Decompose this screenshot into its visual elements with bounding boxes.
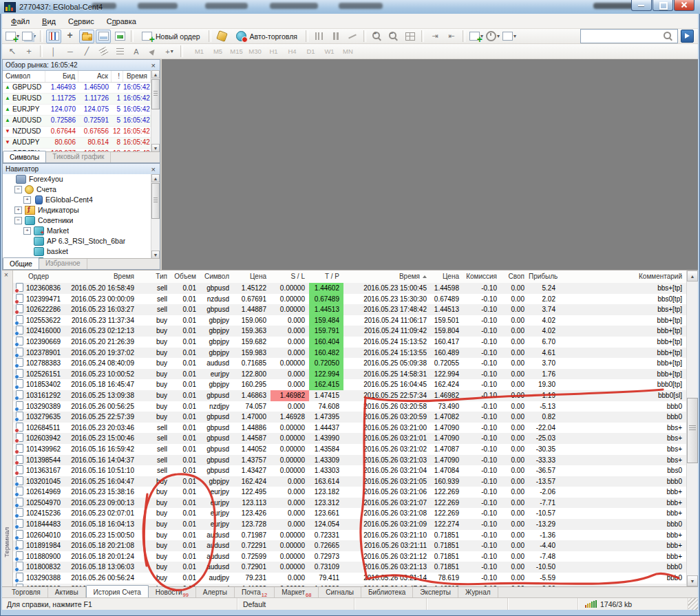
history-row-102553622[interactable]: 1025536222016.05.23 11:37:34buy0.01gbpjp… bbox=[13, 315, 686, 326]
mw-row-nzdusd[interactable]: ▼NZDUSD0.676440.676561216:05:42 bbox=[3, 127, 160, 138]
text-tool-button[interactable]: A bbox=[129, 45, 144, 59]
mw-column-4[interactable]: Время bbox=[123, 71, 151, 82]
timeframe-m1[interactable]: M1 bbox=[190, 45, 209, 57]
history-column-1[interactable]: Время bbox=[70, 270, 138, 283]
terminal-tab-почта[interactable]: Почта12 bbox=[235, 587, 275, 597]
history-row-102622286[interactable]: 1026222862016.05.23 16:03:27sell0.01gbpu… bbox=[13, 304, 686, 315]
mw-column-2[interactable]: Аск bbox=[78, 71, 112, 82]
history-row-102390669[interactable]: 1023906692016.05.20 21:26:39buy0.01gbpjp… bbox=[13, 337, 686, 348]
search-icon[interactable] bbox=[664, 32, 671, 39]
history-row-102416000[interactable]: 1024160002016.05.23 02:12:13buy0.01gbpjp… bbox=[13, 326, 686, 337]
minimize-button[interactable] bbox=[631, 0, 652, 11]
terminal-tab-новости[interactable]: Новости99 bbox=[149, 587, 196, 597]
timeframe-d1[interactable]: D1 bbox=[301, 45, 320, 57]
terminal-toggle[interactable] bbox=[96, 30, 111, 43]
periods-button[interactable]: ▾ bbox=[485, 30, 500, 43]
scroll-thumb[interactable] bbox=[151, 183, 160, 219]
mw-row-eurjpy[interactable]: ▲EURJPY124.070124.075516:05:42 bbox=[3, 105, 160, 116]
history-row-101363167[interactable]: 1013631672016.05.16 10:51:10sell0.01gbpu… bbox=[13, 465, 686, 476]
chart-candles-button[interactable] bbox=[328, 30, 343, 43]
mw-tab-символы[interactable]: Символы bbox=[3, 151, 46, 162]
history-row-102614969[interactable]: 1026149692016.05.23 15:38:16buy0.01eurjp… bbox=[13, 487, 686, 498]
terminal-tab-алерты[interactable]: Алерты bbox=[196, 587, 235, 597]
terminal-tab-эксперты[interactable]: Эксперты bbox=[413, 587, 458, 597]
history-row-102604010[interactable]: 1026040102016.05.23 15:00:50buy0.01audus… bbox=[13, 530, 686, 541]
scroll-thumb[interactable] bbox=[151, 79, 160, 109]
mw-row-eurusd[interactable]: ▲EURUSD1.117251.11726116:05:42 bbox=[3, 94, 160, 105]
history-row-102603942[interactable]: 1026039422016.05.23 15:00:46sell0.01gbpu… bbox=[13, 433, 686, 444]
nav-item-market[interactable]: +Market bbox=[3, 226, 151, 236]
history-row-103279635[interactable]: 1032796352016.05.25 22:57:39buy0.01gbpus… bbox=[13, 412, 686, 423]
history-row-101439962[interactable]: 1014399622016.05.16 16:59:42sell0.01gbpu… bbox=[13, 444, 686, 455]
history-row-103290388[interactable]: 1032903882016.05.26 00:56:24buy0.01audjp… bbox=[13, 573, 686, 584]
history-row-101853402[interactable]: 1018534022016.05.18 16:45:47buy0.01gbpjp… bbox=[13, 379, 686, 390]
metaeditor-button[interactable] bbox=[215, 30, 230, 43]
autotrading-button[interactable]: Авто-торговля bbox=[231, 30, 302, 43]
strategy-tester-toggle[interactable] bbox=[112, 30, 127, 43]
fibonacci-button[interactable] bbox=[112, 45, 127, 59]
nav-item-forex4you[interactable]: Forex4you bbox=[3, 174, 151, 184]
terminal-tab-маркет[interactable]: Маркет68 bbox=[275, 587, 319, 597]
mw-tab-тиковый-график[interactable]: Тиковый график bbox=[46, 152, 111, 162]
menu-item-сервис[interactable]: Сервис bbox=[62, 15, 100, 28]
arrows-tool-button[interactable] bbox=[145, 45, 160, 59]
scroll-thumb[interactable] bbox=[687, 398, 698, 463]
history-row-102526151[interactable]: 1025261512016.05.23 10:00:52buy0.01eurjp… bbox=[13, 369, 686, 380]
history-row-101800832[interactable]: 1018008322016.05.18 13:06:03buy0.01audus… bbox=[13, 562, 686, 573]
expander-minus-icon[interactable]: − bbox=[14, 217, 22, 224]
menu-item-справка[interactable]: Справка bbox=[100, 15, 142, 28]
history-column-6[interactable]: S / L bbox=[271, 270, 309, 283]
menu-item-вид[interactable]: Вид bbox=[36, 15, 62, 28]
chart-line-button[interactable] bbox=[345, 30, 360, 43]
history-row-102415236[interactable]: 1024152362016.05.23 02:07:01buy0.01eurjp… bbox=[13, 508, 686, 519]
mw-row-audjpy[interactable]: ▼AUDJPY80.60680.614816:05:42 bbox=[3, 138, 160, 149]
history-row-102378901[interactable]: 1023789012016.05.20 19:37:02buy0.01gbpjp… bbox=[13, 348, 686, 359]
history-row-101891984[interactable]: 1018919842016.05.18 20:21:08buy0.01audus… bbox=[13, 540, 686, 551]
mw-column-0[interactable]: Символ bbox=[3, 71, 45, 82]
terminal-tab-активы[interactable]: Активы bbox=[48, 587, 86, 597]
shapes-button[interactable]: +▾ bbox=[162, 45, 177, 59]
history-row-103201045[interactable]: 1032010452016.05.25 16:04:47buy0.01gbpjp… bbox=[13, 476, 686, 487]
data-window-toggle[interactable] bbox=[63, 30, 78, 43]
templates-button[interactable]: ▾ bbox=[502, 30, 517, 43]
expander-plus-icon[interactable]: + bbox=[23, 196, 31, 204]
history-row-103161292[interactable]: 1031612922016.05.25 13:09:38buy0.01gbpus… bbox=[13, 390, 686, 401]
timeframe-h4[interactable]: H4 bbox=[283, 45, 301, 57]
history-column-0[interactable]: Ордер bbox=[13, 270, 70, 283]
history-column-8[interactable]: Время bbox=[343, 270, 431, 283]
timeframe-h1[interactable]: H1 bbox=[264, 45, 283, 57]
auto-scroll-button[interactable]: ⇥ bbox=[427, 30, 443, 43]
nav-item-eglobal-cent4[interactable]: +EGlobal-Cent4 bbox=[3, 195, 151, 205]
terminal-tab-библиотека[interactable]: Библиотека bbox=[361, 587, 413, 597]
chart-bars-button[interactable] bbox=[312, 30, 327, 43]
nav-item-индикаторы[interactable]: +Индикаторы bbox=[3, 205, 151, 215]
navigator-toggle[interactable] bbox=[79, 30, 94, 43]
terminal-scrollbar[interactable]: ▲ ▼ bbox=[686, 270, 698, 586]
zoom-in-button[interactable]: + bbox=[370, 30, 385, 43]
community-button[interactable] bbox=[681, 30, 694, 43]
history-row-101398544[interactable]: 1013985442016.05.16 14:04:37sell0.01gbpu… bbox=[13, 455, 686, 466]
expander-plus-icon[interactable]: + bbox=[23, 227, 31, 235]
mw-column-3[interactable]: ! bbox=[112, 71, 123, 82]
expander-plus-icon[interactable]: + bbox=[14, 206, 22, 214]
terminal-tab-торговля[interactable]: Торговля bbox=[5, 587, 48, 597]
history-column-11[interactable]: Своп bbox=[501, 270, 529, 283]
zoom-out-button[interactable]: − bbox=[386, 30, 401, 43]
nav-item-советники[interactable]: −Советники bbox=[3, 215, 151, 226]
history-row-102684511[interactable]: 1026845112016.05.23 20:03:46sell0.01gbpu… bbox=[13, 423, 686, 434]
market-watch-toggle[interactable] bbox=[46, 30, 61, 43]
history-column-10[interactable]: Комиссия bbox=[463, 270, 501, 283]
timeframe-m30[interactable]: M30 bbox=[246, 45, 264, 57]
mw-row-audusd[interactable]: ▲AUDUSD0.725860.72591516:05:42 bbox=[3, 116, 160, 127]
history-row-102360836[interactable]: 1023608362016.05.20 16:58:49sell0.01gbpu… bbox=[13, 283, 686, 294]
close-button[interactable] bbox=[674, 0, 694, 11]
nav-item-ap-6-3-rsi-stoch-6bar[interactable]: AP 6.3_RSI_Stoch_6bar bbox=[3, 236, 151, 246]
history-column-2[interactable]: Тип bbox=[138, 270, 171, 283]
new-order-button[interactable]: Новый ордер bbox=[137, 30, 205, 43]
timeframe-m5[interactable]: M5 bbox=[209, 45, 227, 57]
terminal-tab-история-счета[interactable]: История Счета bbox=[86, 585, 149, 597]
status-profile[interactable]: Default bbox=[237, 598, 354, 610]
history-row-102788383[interactable]: 1027883832016.05.24 08:40:09buy0.01audus… bbox=[13, 358, 686, 369]
expander-minus-icon[interactable]: − bbox=[14, 186, 22, 193]
close-icon[interactable]: × bbox=[150, 62, 157, 69]
